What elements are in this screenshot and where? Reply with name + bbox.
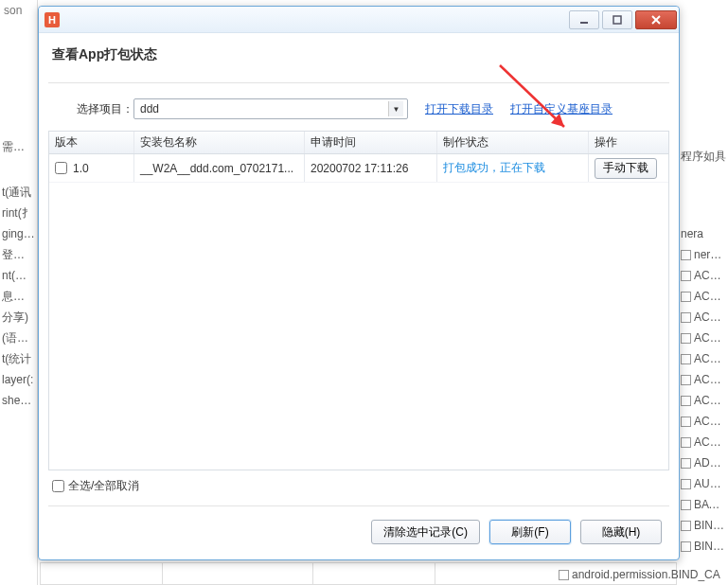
build-table: 版本 安装包名称 申请时间 制作状态 操作 1.0 __W2A__ddd.com… [48,131,669,470]
th-action[interactable]: 操作 [589,132,668,153]
th-name[interactable]: 安装包名称 [134,132,305,153]
table-body: 1.0 __W2A__ddd.com_0702171... 20200702 1… [49,154,668,470]
minimize-button[interactable] [569,10,599,29]
cell-version: 1.0 [73,162,89,175]
divider [48,82,669,83]
refresh-button[interactable]: 刷新(F) [489,520,571,544]
close-button[interactable] [635,10,677,29]
project-dropdown-value: ddd [140,102,159,115]
project-select-row: 选择项目： ddd ▼ 打开下载目录 打开自定义基座目录 [39,98,679,131]
row-checkbox[interactable] [55,162,67,174]
manual-download-button[interactable]: 手动下载 [595,158,657,179]
dialog-window: H 查看App打包状态 选择项目： ddd ▼ 打开下载目录 打开自定义基座目录… [38,6,680,560]
cell-name: __W2A__ddd.com_0702171... [140,162,293,175]
cell-status: 打包成功，正在下载 [443,160,545,176]
cell-time: 20200702 17:11:26 [311,162,408,175]
dialog-title: 查看App打包状态 [39,33,679,82]
table-row[interactable]: 1.0 __W2A__ddd.com_0702171... 20200702 1… [49,154,668,183]
th-status[interactable]: 制作状态 [437,132,589,153]
titlebar: H [39,7,679,33]
th-time[interactable]: 申请时间 [305,132,437,153]
background-left-list: 需要模 t(通讯 rint(扌 ging(知 登录鉴 nt(支付 息推进 分享)… [0,0,38,585]
th-version[interactable]: 版本 [49,132,134,153]
dialog-footer: 清除选中记录(C) 刷新(F) 隐藏(H) [39,506,679,559]
hide-button[interactable]: 隐藏(H) [580,520,662,544]
select-all-row: 全选/全部取消 [39,470,679,505]
open-custom-base-dir-link[interactable]: 打开自定义基座目录 [510,101,613,117]
select-all-label: 全选/全部取消 [68,478,139,494]
project-dropdown[interactable]: ddd ▼ [133,98,408,119]
select-all-checkbox[interactable] [52,480,64,492]
table-header: 版本 安装包名称 申请时间 制作状态 操作 [49,132,668,154]
background-right-list: 程序如具 nera nera.aut ACCESS_C ACCESS_C ACC… [679,0,728,585]
background-permission-text: android.permission.BIND_CA [559,568,720,581]
open-download-dir-link[interactable]: 打开下载目录 [425,101,493,117]
project-label: 选择项目： [77,101,133,117]
maximize-button[interactable] [602,10,632,29]
chevron-down-icon: ▼ [388,101,403,116]
svg-rect-1 [613,16,621,24]
app-icon: H [44,12,60,27]
clear-selected-button[interactable]: 清除选中记录(C) [371,520,480,544]
